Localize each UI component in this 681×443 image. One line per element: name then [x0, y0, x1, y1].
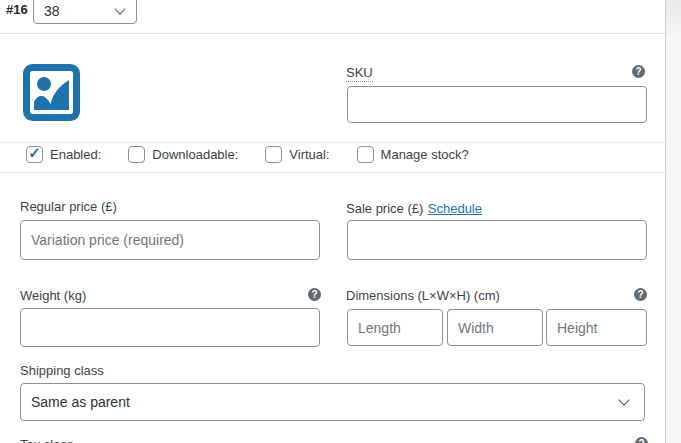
width-input[interactable] — [447, 309, 543, 346]
checkbox-box[interactable]: ✓ — [26, 146, 43, 163]
manage-stock-checkbox[interactable]: Manage stock? — [357, 146, 469, 163]
sale-price-label: Sale price (£) — [346, 201, 423, 216]
regular-price-label: Regular price (£) — [20, 199, 117, 214]
variation-options-row: ✓ Enabled: Downloadable: Virtual: Manage… — [26, 143, 469, 165]
sale-price-label-row: Sale price (£) Schedule — [346, 199, 482, 217]
height-input[interactable] — [546, 309, 647, 346]
dimensions-label: Dimensions (L×W×H) (cm) — [346, 288, 500, 303]
image-placeholder-icon — [23, 64, 80, 121]
virtual-checkbox[interactable]: Virtual: — [265, 146, 329, 163]
weight-help-icon[interactable]: ? — [308, 288, 321, 301]
shipping-class-select[interactable]: Same as parent — [20, 383, 645, 421]
chevron-down-icon — [618, 394, 629, 405]
section-divider — [0, 172, 665, 173]
schedule-link[interactable]: Schedule — [428, 201, 482, 216]
sku-label: SKU — [346, 65, 373, 82]
variation-id: #16 — [6, 2, 28, 17]
enabled-checkbox[interactable]: ✓ Enabled: — [26, 146, 101, 163]
downloadable-checkbox[interactable]: Downloadable: — [128, 146, 238, 163]
manage-stock-label: Manage stock? — [381, 147, 469, 162]
shipping-class-label: Shipping class — [20, 363, 104, 378]
enabled-label: Enabled: — [50, 147, 101, 162]
chevron-down-icon — [114, 3, 125, 14]
virtual-label: Virtual: — [289, 147, 329, 162]
tax-class-label: Tax class — [20, 437, 73, 443]
checkbox-box[interactable] — [265, 146, 282, 163]
checkbox-box[interactable] — [357, 146, 374, 163]
checkbox-box[interactable] — [128, 146, 145, 163]
length-input[interactable] — [347, 309, 443, 346]
dimensions-help-icon[interactable]: ? — [634, 288, 647, 301]
weight-input[interactable] — [20, 308, 320, 347]
tax-class-help-icon[interactable]: ? — [635, 437, 648, 443]
sku-input[interactable] — [347, 86, 647, 123]
section-divider — [0, 33, 665, 34]
downloadable-label: Downloadable: — [152, 147, 238, 162]
attribute-select-value: 38 — [44, 3, 60, 19]
attribute-select[interactable]: 38 — [33, 0, 137, 24]
panel-right-edge — [665, 0, 681, 443]
weight-label: Weight (kg) — [20, 288, 86, 303]
sku-help-icon[interactable]: ? — [632, 65, 645, 78]
checkmark-icon: ✓ — [28, 146, 41, 160]
sale-price-input[interactable] — [347, 220, 647, 260]
variation-image-button[interactable] — [23, 64, 80, 121]
shipping-class-value: Same as parent — [31, 394, 130, 410]
regular-price-input[interactable] — [20, 220, 320, 260]
